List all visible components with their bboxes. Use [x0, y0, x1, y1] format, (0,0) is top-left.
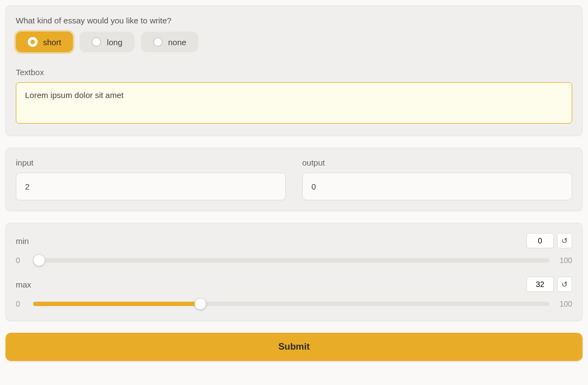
- max-reset-button[interactable]: ↺: [557, 277, 572, 292]
- input-field[interactable]: [16, 173, 286, 200]
- max-slider-label: max: [16, 280, 31, 289]
- radio-dot-icon: [28, 37, 38, 47]
- max-slider-low-tick: 0: [16, 300, 27, 308]
- output-label: output: [302, 158, 572, 167]
- min-value-input[interactable]: [526, 233, 554, 248]
- radio-long-label: long: [107, 38, 122, 47]
- min-reset-button[interactable]: ↺: [557, 233, 572, 248]
- input-column: input: [16, 158, 286, 200]
- radio-short[interactable]: short: [16, 32, 73, 52]
- max-slider[interactable]: [33, 302, 549, 306]
- textbox-label: Textbox: [16, 68, 572, 77]
- radio-short-label: short: [43, 38, 61, 47]
- output-column: output: [302, 158, 572, 200]
- radio-dot-icon: [153, 37, 163, 47]
- input-label: input: [16, 158, 286, 167]
- radio-none-label: none: [168, 38, 186, 47]
- undo-icon: ↺: [561, 236, 568, 245]
- min-slider[interactable]: [33, 258, 549, 262]
- max-value-input[interactable]: [526, 277, 554, 292]
- max-slider-high-tick: 100: [556, 300, 572, 308]
- min-slider-high-tick: 100: [556, 256, 572, 265]
- io-panel: input output: [5, 148, 583, 211]
- submit-button[interactable]: Submit: [5, 333, 583, 361]
- radio-long[interactable]: long: [79, 32, 134, 52]
- radio-none[interactable]: none: [141, 32, 198, 52]
- min-slider-label: min: [16, 236, 29, 246]
- min-slider-low-tick: 0: [16, 256, 27, 265]
- essay-question-label: What kind of essay would you like to wri…: [16, 16, 572, 25]
- sliders-panel: min ↺ 0 100 max ↺ 0 100: [5, 223, 583, 321]
- essay-type-radio-group: short long none: [16, 32, 572, 52]
- radio-dot-icon: [91, 37, 101, 47]
- essay-textbox[interactable]: [16, 82, 572, 124]
- output-field[interactable]: [302, 173, 572, 200]
- undo-icon: ↺: [561, 280, 568, 289]
- essay-panel: What kind of essay would you like to wri…: [5, 5, 583, 136]
